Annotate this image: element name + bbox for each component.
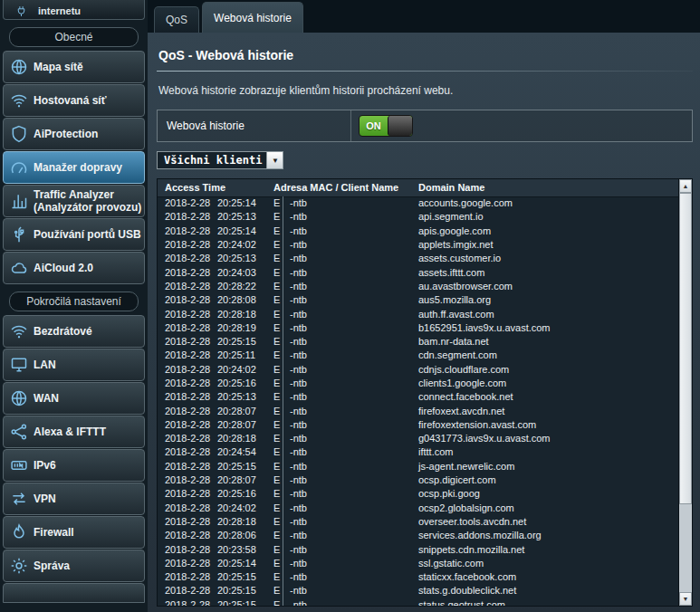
access-date: 2018-2-28	[165, 267, 217, 279]
mac-cell: E	[273, 253, 283, 264]
sidebar-item-pouzivani-portu-usb[interactable]: Používání portů USB	[3, 218, 145, 251]
access-clock: 20:25:14	[217, 558, 256, 569]
sidebar-item-label: Bezdrátové	[34, 325, 92, 338]
sidebar-item-vpn[interactable]: VPN	[3, 483, 145, 515]
access-clock: 20:23:58	[217, 544, 256, 556]
access-date: 2018-2-28	[165, 474, 217, 486]
internet-button[interactable]: internetu	[3, 0, 145, 20]
sidebar-item-alexa-ifttt[interactable]: Alexa & IFTTT	[3, 416, 145, 448]
scroll-up-icon[interactable]: ▲	[679, 179, 692, 193]
scrollbar-thumb[interactable]	[679, 193, 692, 504]
web-history-toggle-row: Webová historie ON	[157, 110, 693, 142]
sidebar-item-sprava[interactable]: Správa	[3, 550, 145, 582]
client-filter-value: Všichni klienti	[158, 152, 266, 168]
access-clock: 20:28:19	[217, 322, 256, 334]
client-name-cell: -ntb	[283, 404, 418, 417]
scroll-down-icon[interactable]: ▼	[679, 592, 692, 606]
table-row: 2018-2-2820:28:18E-ntbauth.ff.avast.com	[158, 307, 678, 320]
access-date: 2018-2-28	[165, 446, 217, 458]
mac-cell: E	[273, 281, 283, 292]
network-map-icon	[7, 58, 31, 76]
client-name-cell: -ntb	[283, 307, 418, 320]
traffic-analyzer-icon	[7, 192, 31, 210]
mac-cell: E	[273, 267, 283, 279]
mac-cell: E	[273, 544, 283, 556]
table-row: 2018-2-2820:24:54E-ntbifttt.com	[158, 445, 678, 459]
sidebar-item-ipv6[interactable]: IPv6	[3, 449, 145, 482]
access-clock: 20:25:13	[217, 211, 256, 223]
access-time-cell: 2018-2-2820:24:03	[158, 267, 273, 279]
lan-icon	[7, 356, 31, 374]
client-name-cell: -ntb	[283, 432, 418, 445]
mac-cell: E	[273, 530, 283, 541]
ipv6-icon	[7, 456, 31, 474]
domain-name-cell: bam.nr-data.net	[418, 336, 678, 348]
sidebar-item-label: VPN	[34, 492, 56, 505]
mac-cell: E	[273, 239, 283, 251]
access-time-cell: 2018-2-2820:28:22	[158, 281, 273, 292]
access-date: 2018-2-28	[165, 211, 217, 223]
aicloud-icon	[7, 259, 31, 277]
mac-cell: E	[273, 364, 283, 376]
sidebar-menu: ObecnéMapa sítěHostovaná síťAiProtection…	[0, 27, 148, 582]
sidebar-item-hostovana-sit[interactable]: Hostovaná síť	[3, 84, 145, 117]
access-date: 2018-2-28	[165, 225, 217, 237]
domain-name-cell: b1652951.iavs9x.u.avast.com	[418, 322, 678, 334]
mac-cell: E	[273, 474, 283, 486]
mac-cell: E	[273, 461, 283, 473]
sidebar-item-wan[interactable]: WAN	[3, 382, 145, 415]
access-time-cell: 2018-2-2820:25:11	[158, 349, 273, 361]
sidebar-item-traffic-analyzer-analyzator-provozu[interactable]: Traffic Analyzer (Analyzátor provozu)	[3, 185, 145, 217]
access-clock: 20:24:54	[217, 446, 256, 458]
domain-name-cell: stats.g.doubleclick.net	[418, 585, 678, 597]
access-clock: 20:28:06	[217, 530, 256, 541]
client-filter-dropdown[interactable]: Všichni klienti ▼	[157, 151, 283, 169]
toggle-on-label: ON	[360, 116, 388, 136]
client-name-cell: -ntb	[283, 293, 418, 307]
access-date: 2018-2-28	[165, 336, 217, 348]
access-date: 2018-2-28	[165, 488, 217, 500]
access-clock: 20:28:18	[217, 516, 256, 528]
sidebar-item-label: WAN	[34, 392, 59, 405]
mac-cell: E	[273, 599, 283, 606]
domain-name-cell: ocsp.digicert.com	[418, 474, 678, 486]
domain-name-cell: api.segment.io	[418, 211, 678, 223]
table-row: 2018-2-2820:25:14E-ntbapis.google.com	[158, 225, 678, 238]
access-time-cell: 2018-2-2820:25:13	[158, 253, 273, 264]
client-name-cell: -ntb	[283, 542, 418, 556]
domain-name-cell: auth.ff.avast.com	[418, 309, 678, 320]
domain-name-cell: au.avastbrowser.com	[418, 281, 678, 292]
table-scrollbar[interactable]: ▲ ▼	[678, 179, 692, 606]
access-time-cell: 2018-2-2820:24:02	[158, 364, 273, 376]
table-row: 2018-2-2820:25:15E-ntbstats.g.doubleclic…	[158, 584, 678, 598]
web-history-toggle[interactable]: ON	[359, 115, 413, 137]
access-clock: 20:24:02	[217, 239, 256, 251]
access-clock: 20:25:11	[217, 349, 255, 361]
access-time-cell: 2018-2-2820:28:08	[158, 294, 273, 306]
sidebar-item-mapa-site[interactable]: Mapa sítě	[3, 51, 145, 83]
domain-name-cell: ocsp.pki.goog	[418, 488, 678, 500]
sidebar-item-label: Používání portů USB	[34, 228, 141, 241]
access-time-cell: 2018-2-2820:28:18	[158, 433, 273, 445]
sidebar-item-bezdratove[interactable]: Bezdrátové	[3, 315, 145, 348]
alexa-ifttt-icon	[7, 423, 31, 441]
web-history-table: Access Time Adresa MAC / Client Name Dom…	[157, 178, 693, 607]
table-row: 2018-2-2820:25:13E-ntbconnect.facebook.n…	[158, 390, 678, 404]
tab-qos[interactable]: QoS	[154, 6, 199, 33]
access-clock: 20:28:18	[217, 433, 256, 445]
sidebar-item-aicloud-2-0[interactable]: AiCloud 2.0	[3, 252, 145, 284]
sidebar-item-cut-off[interactable]	[3, 583, 145, 603]
domain-name-cell: assets.customer.io	[418, 253, 678, 264]
sidebar-item-label: LAN	[34, 359, 56, 371]
access-clock: 20:25:14	[217, 197, 256, 209]
table-row: 2018-2-2820:25:14E-ntbaccounts.google.co…	[158, 196, 678, 210]
sidebar-item-manazer-dopravy[interactable]: Manažer dopravy	[3, 151, 145, 184]
table-row: 2018-2-2820:25:14E-ntbssl.gstatic.com	[158, 557, 678, 570]
sidebar-item-firewall[interactable]: Firewall	[3, 516, 145, 549]
sidebar-item-aiprotection[interactable]: AiProtection	[3, 118, 145, 150]
sidebar-item-lan[interactable]: LAN	[3, 349, 145, 381]
header-domain: Domain Name	[418, 181, 692, 195]
client-name-cell: -ntb	[283, 196, 418, 210]
tab-webova-historie[interactable]: Webová historie	[202, 2, 303, 33]
domain-name-cell: clients1.google.com	[418, 378, 678, 389]
